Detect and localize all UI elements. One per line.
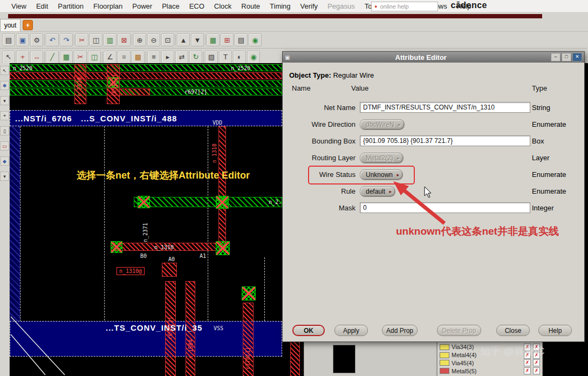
- menu-item[interactable]: Help: [452, 1, 476, 11]
- chevron-down2-icon[interactable]: ▾: [0, 172, 9, 181]
- menu-item[interactable]: View: [6, 1, 31, 11]
- down-hierarchy-icon[interactable]: ▼: [191, 33, 204, 46]
- menu-item[interactable]: Clock: [209, 1, 237, 11]
- close-icon[interactable]: ✕: [572, 53, 582, 61]
- online-help-search[interactable]: ● online help: [371, 2, 438, 11]
- violation-browser-icon[interactable]: ⊞: [221, 33, 234, 46]
- layer-visible-checkbox[interactable]: ✗: [524, 367, 531, 374]
- via[interactable]: [216, 241, 230, 255]
- copy-icon[interactable]: ◫: [90, 33, 102, 46]
- menu-item[interactable]: Partition: [53, 1, 88, 11]
- apply-button[interactable]: Apply: [334, 325, 368, 336]
- pan-view-icon[interactable]: ⇄: [175, 51, 188, 64]
- text-label-icon[interactable]: T: [219, 51, 232, 64]
- wheel-icon[interactable]: ✱: [0, 81, 9, 90]
- world-view-icon[interactable]: ◉: [249, 33, 262, 46]
- design-browser-icon[interactable]: ▦: [207, 33, 220, 46]
- save-design-icon[interactable]: ▣: [16, 33, 29, 46]
- menu-item[interactable]: Place: [157, 1, 184, 11]
- zoom-out-icon[interactable]: ⊖: [147, 33, 160, 46]
- net-name-input[interactable]: [360, 102, 530, 113]
- menu-item[interactable]: Floorplan: [88, 1, 127, 11]
- wire-status-dropdown[interactable]: Unknown ▸: [360, 169, 403, 180]
- via[interactable]: [111, 241, 122, 253]
- duplicate-icon[interactable]: ◫: [88, 51, 101, 64]
- pin-box[interactable]: [162, 263, 177, 277]
- attribute-editor-icon[interactable]: ≡: [147, 51, 160, 64]
- report-icon[interactable]: ▤: [235, 33, 248, 46]
- via[interactable]: [216, 196, 229, 209]
- mask-input[interactable]: [360, 202, 530, 213]
- toolbar-icon: [175, 35, 176, 45]
- select-tool-icon[interactable]: ↖: [2, 51, 15, 64]
- net-label: r697[2]: [167, 317, 173, 339]
- up-hierarchy-icon[interactable]: ▲: [177, 33, 190, 46]
- bounding-box-input[interactable]: [360, 135, 530, 146]
- help-icon[interactable]: ◉: [247, 51, 260, 64]
- attr-label: Wire Direction: [283, 120, 355, 128]
- close-button[interactable]: Close: [496, 325, 530, 336]
- zoom-in-icon[interactable]: ⊕: [133, 33, 146, 46]
- highlight-icon[interactable]: ▩: [132, 51, 145, 64]
- wire-band[interactable]: [10, 80, 282, 87]
- property-icon[interactable]: ▸: [161, 51, 174, 64]
- watermark: 知乎 @喜爱IC: [480, 344, 545, 358]
- tab-layout[interactable]: yout: [0, 19, 20, 31]
- net-wire-vertical[interactable]: [218, 126, 226, 251]
- menu-item[interactable]: Timing: [265, 1, 296, 11]
- via[interactable]: [242, 286, 256, 300]
- layer-panel-icon[interactable]: ▧: [205, 51, 218, 64]
- stretch-tool-icon[interactable]: ↔: [30, 51, 43, 64]
- add-prop-button[interactable]: Add Prop: [382, 325, 418, 336]
- dialog-titlebar[interactable]: ▣ Attribute Editor – □ ✕: [283, 52, 584, 63]
- snap-grid-icon[interactable]: ⌗: [118, 51, 131, 64]
- cut-wire-icon[interactable]: ✂: [74, 51, 87, 64]
- layer-selectable-checkbox[interactable]: ✗: [533, 367, 540, 374]
- ruler-icon[interactable]: ∠: [104, 51, 117, 64]
- diamond-icon[interactable]: ◆: [0, 156, 9, 166]
- refresh-icon[interactable]: ↻: [189, 51, 202, 64]
- Metal5(5)[interactable]: Metal5(5) ✗ ✗: [440, 367, 540, 375]
- zoom-fit-icon[interactable]: ⊡: [161, 33, 174, 46]
- layer-swatch: [440, 344, 449, 350]
- ruler-side-icon[interactable]: ▭: [0, 141, 9, 151]
- rule-dropdown[interactable]: default ▸: [360, 186, 395, 197]
- Via45(4)[interactable]: Via45(4) ✗ ✗: [440, 359, 540, 367]
- attr-row-wire-status: Wire Status Unknown ▸ Enumerate: [283, 169, 584, 181]
- toolbar-icon: [132, 35, 132, 45]
- redo-icon[interactable]: ↷: [60, 33, 73, 46]
- wire-vertical[interactable]: [290, 341, 300, 376]
- probe-box-icon[interactable]: ▯: [0, 126, 9, 135]
- ok-button[interactable]: OK: [292, 325, 325, 336]
- attr-type: Box: [532, 137, 544, 145]
- via[interactable]: [138, 196, 150, 208]
- menu-item[interactable]: Route: [236, 1, 265, 11]
- cut-icon[interactable]: ✂: [76, 33, 88, 46]
- layer-selectable-checkbox[interactable]: ✗: [533, 359, 540, 366]
- layer-visible-checkbox[interactable]: ✗: [524, 359, 531, 366]
- chevron-down-icon[interactable]: ▾: [0, 96, 9, 105]
- undo-icon[interactable]: ↶: [46, 33, 59, 46]
- maximize-button[interactable]: □: [562, 53, 571, 61]
- crosshair-icon[interactable]: ⌖: [0, 111, 9, 120]
- add-via-icon[interactable]: ▦: [60, 51, 73, 64]
- move-tool-icon[interactable]: +: [16, 51, 29, 64]
- help-button[interactable]: Help: [538, 325, 572, 336]
- settings-icon[interactable]: ⚙: [30, 33, 43, 46]
- add-wire-icon[interactable]: ╱: [46, 51, 59, 64]
- pointer-icon[interactable]: ↖: [0, 66, 9, 75]
- paste-icon[interactable]: ▥: [104, 33, 117, 46]
- menu-item[interactable]: ECO: [184, 1, 209, 11]
- power-label: VSS: [214, 325, 223, 331]
- net-wire-horizontal[interactable]: [134, 197, 282, 207]
- delete-icon[interactable]: ⊠: [118, 33, 131, 46]
- menu-item[interactable]: Verify: [296, 1, 323, 11]
- open-design-icon[interactable]: ▤: [2, 33, 15, 46]
- menu-item[interactable]: Power: [127, 1, 157, 11]
- minimize-button[interactable]: –: [551, 53, 560, 61]
- add-tab-button[interactable]: +: [23, 20, 33, 30]
- menu-item[interactable]: Edit: [31, 1, 53, 11]
- dim-view-icon[interactable]: ◐: [233, 51, 246, 64]
- wire-band[interactable]: [10, 72, 282, 79]
- menu-item[interactable]: Pegasus: [323, 1, 360, 11]
